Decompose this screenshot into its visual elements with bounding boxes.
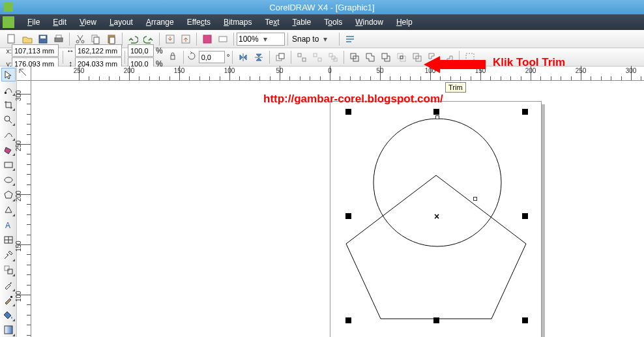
fill-tool[interactable] (1, 308, 16, 322)
scale-x-input[interactable] (128, 44, 154, 57)
menu-table[interactable]: Table (286, 18, 318, 27)
export-button[interactable] (179, 32, 193, 46)
mirror-v-button[interactable] (252, 50, 266, 65)
annotation-arrow-icon (424, 55, 489, 74)
cut-button[interactable] (73, 32, 87, 46)
app-launcher-button[interactable] (200, 32, 214, 46)
vertical-ruler[interactable]: 30025020015010050 (17, 81, 31, 337)
polygon-tool[interactable] (1, 188, 16, 201)
table-tool[interactable] (1, 233, 16, 247)
interactive-tool[interactable] (1, 263, 16, 277)
width-input[interactable] (75, 44, 122, 57)
svg-rect-20 (314, 53, 317, 57)
options-button[interactable] (343, 32, 357, 46)
selection-handle[interactable] (433, 317, 439, 323)
rotate-icon (186, 51, 197, 63)
svg-point-37 (5, 177, 12, 183)
selection-handle[interactable] (433, 109, 439, 115)
svg-marker-46 (424, 56, 486, 73)
pick-tool[interactable] (1, 68, 16, 81)
eyedropper-tool[interactable] (1, 278, 16, 292)
snap-label: Snap to (292, 35, 319, 44)
menu-tools[interactable]: Tools (317, 18, 349, 27)
menu-help[interactable]: Help (390, 18, 419, 27)
save-button[interactable] (36, 32, 50, 46)
freehand-tool[interactable] (1, 128, 16, 141)
zoom-tool[interactable] (1, 113, 16, 126)
ungroup-button[interactable] (295, 50, 309, 65)
svg-rect-19 (302, 58, 306, 61)
selection-handle[interactable] (522, 213, 528, 219)
svg-rect-14 (219, 37, 227, 42)
mirror-h-button[interactable] (236, 50, 250, 65)
import-button[interactable] (163, 32, 177, 46)
app-icon (4, 3, 13, 12)
menu-window[interactable]: Window (349, 18, 390, 27)
chevron-down-icon: ▾ (261, 35, 269, 44)
group-button[interactable] (310, 50, 325, 65)
selection-handle[interactable] (345, 109, 351, 115)
combine-button[interactable] (347, 50, 362, 65)
rotation-input[interactable] (199, 51, 225, 63)
svg-point-5 (76, 40, 79, 43)
svg-rect-21 (318, 58, 321, 61)
menu-bitmaps[interactable]: Bitmaps (217, 18, 258, 27)
new-button[interactable] (5, 32, 19, 46)
shape-tool[interactable] (1, 83, 16, 96)
ungroup-all-button[interactable] (326, 50, 340, 65)
menu-bar: File Edit View Layout Arrange Effects Bi… (0, 14, 644, 30)
svg-rect-27 (382, 53, 387, 59)
intersect-button[interactable] (394, 50, 409, 65)
text-tool[interactable]: A (1, 218, 16, 232)
selection-handle[interactable] (345, 317, 351, 323)
menu-view[interactable]: View (73, 18, 103, 27)
dimension-tool[interactable] (1, 248, 16, 262)
node-marker[interactable] (473, 197, 477, 201)
svg-point-35 (5, 116, 10, 121)
menu-layout[interactable]: Layout (103, 18, 139, 27)
smart-fill-tool[interactable] (1, 143, 16, 156)
trim-button[interactable] (379, 50, 393, 65)
lock-ratio-button[interactable] (166, 50, 180, 65)
ruler-origin[interactable] (17, 66, 31, 81)
menu-text[interactable]: Text (258, 18, 285, 27)
redo-button[interactable] (141, 32, 156, 46)
interactive-fill-tool[interactable] (1, 323, 16, 337)
weld-button[interactable] (363, 50, 377, 65)
outline-tool[interactable] (1, 293, 16, 307)
menu-effects[interactable]: Effects (181, 18, 217, 27)
svg-rect-15 (171, 55, 175, 59)
selection-handle[interactable] (522, 109, 528, 115)
paste-button[interactable] (104, 32, 119, 46)
ellipse-tool[interactable] (1, 173, 16, 186)
shape-pentagon[interactable] (342, 172, 531, 322)
node-marker[interactable] (435, 115, 439, 119)
menu-arrange[interactable]: Arrange (139, 18, 181, 27)
snap-combo[interactable]: Snap to▾ (291, 33, 336, 46)
rectangle-tool[interactable] (1, 158, 16, 171)
canvas-area[interactable]: 25020015010050050100150200250300 3002502… (17, 66, 644, 337)
zoom-value: 100% (239, 35, 259, 44)
basic-shapes-tool[interactable] (1, 203, 16, 217)
crop-tool[interactable] (1, 98, 16, 111)
undo-button[interactable] (126, 32, 140, 46)
menu-edit[interactable]: Edit (46, 18, 73, 27)
copy-button[interactable] (89, 32, 103, 46)
simplify-button[interactable] (410, 50, 424, 65)
svg-rect-10 (110, 37, 115, 44)
open-button[interactable] (20, 32, 35, 46)
selection-handle[interactable] (345, 213, 351, 219)
svg-rect-13 (203, 35, 211, 43)
degree-label: ° (227, 53, 230, 62)
selection-handle[interactable] (522, 317, 528, 323)
print-button[interactable] (51, 32, 66, 46)
menu-file[interactable]: File (21, 18, 46, 27)
to-front-button[interactable] (273, 50, 287, 65)
svg-rect-36 (5, 162, 12, 168)
svg-rect-0 (8, 35, 14, 43)
annotation-url-label: http://gambar-corel.blogspot.com/ (263, 93, 443, 106)
welcome-button[interactable] (216, 32, 230, 46)
corel-icon (3, 16, 14, 28)
zoom-combo[interactable]: 100%▾ (237, 33, 285, 46)
x-input[interactable] (12, 44, 59, 57)
